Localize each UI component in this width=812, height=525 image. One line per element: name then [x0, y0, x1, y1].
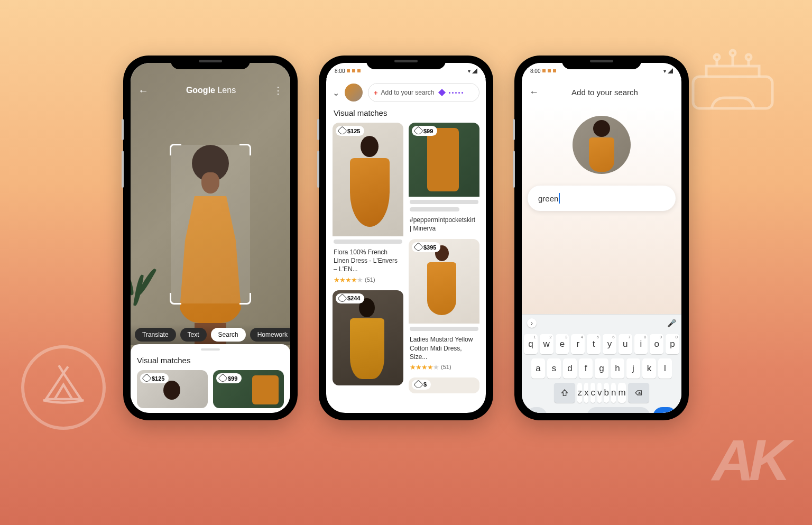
key-u[interactable]: u7 [619, 334, 632, 354]
more-menu-icon[interactable]: ⋮ [273, 85, 283, 96]
key-b[interactable]: b [604, 383, 608, 403]
results-bottom-sheet[interactable]: Visual matches $125 $99 [131, 344, 290, 413]
chip-search[interactable]: Search [211, 328, 246, 342]
result-card[interactable]: $99 #peppermintpocketskirt | Minerva [409, 123, 479, 234]
key-t[interactable]: t5 [587, 334, 601, 354]
language-switch-key[interactable]: 🌐 [568, 407, 584, 413]
svg-point-3 [746, 54, 751, 60]
lens-crop-selection[interactable] [171, 145, 250, 303]
price-tag: $125 [140, 373, 169, 383]
status-time: 8:00 [530, 68, 540, 74]
decoration-ak-logo: AK [712, 426, 786, 493]
phone-3-add-to-search: 8:00 ▾ ← Add to your search green › 🎤 [514, 56, 689, 420]
search-input-value: green [538, 194, 558, 203]
result-rating: ★★★★★ (51) [409, 362, 479, 372]
svg-point-2 [730, 50, 735, 56]
page-title: Add to your search [536, 88, 674, 97]
result-card[interactable]: $ [409, 377, 479, 393]
decoration-vr-icon [685, 48, 780, 116]
query-image-thumbnail[interactable] [573, 116, 631, 174]
sheet-drag-handle[interactable] [201, 348, 220, 351]
result-card[interactable]: $125 Flora 100% French Linen Dress - L'E… [333, 123, 403, 285]
chip-homework[interactable]: Homework [250, 328, 290, 342]
price-tag: $244 [336, 293, 364, 303]
price-tag: $99 [216, 373, 242, 383]
sheet-title: Visual matches [137, 356, 284, 365]
key-h[interactable]: h [611, 358, 624, 379]
result-title: #peppermintpocketskirt | Minerva [409, 213, 479, 234]
decoration-camping-badge [21, 345, 106, 430]
key-f[interactable]: f [579, 358, 593, 379]
key-g[interactable]: g [595, 358, 608, 379]
google-plus-icon: + [374, 89, 378, 97]
result-rating: ★★★★★ (51) [333, 275, 403, 285]
emoji-key[interactable]: ☺ [550, 407, 566, 413]
expand-chevron-icon[interactable]: › [527, 318, 537, 328]
key-m[interactable]: m [618, 383, 625, 403]
price-tag: $ [412, 380, 431, 390]
back-arrow-icon[interactable]: ← [138, 85, 149, 97]
key-o[interactable]: o9 [650, 334, 663, 354]
key-q[interactable]: q1 [524, 334, 538, 354]
result-title: Ladies Mustard Yellow Cotton Midi Dress,… [409, 332, 479, 362]
add-to-search-pill[interactable]: + Add to your search [368, 83, 479, 102]
key-a[interactable]: a [531, 358, 545, 379]
key-l[interactable]: l [658, 358, 672, 379]
key-k[interactable]: k [642, 358, 656, 379]
query-thumbnail[interactable] [345, 84, 363, 102]
result-card[interactable]: $125 [137, 370, 208, 408]
svg-point-1 [714, 54, 719, 60]
symbols-key[interactable]: ?123 [526, 407, 547, 413]
phone-1-google-lens: 8:00 ▾ ← Google Lens ⋮ Translate Text Se… [123, 56, 298, 420]
chip-text[interactable]: Text [180, 328, 207, 342]
key-i[interactable]: i8 [634, 334, 648, 354]
result-card[interactable]: $99 [213, 370, 284, 408]
result-card[interactable]: $244 [333, 290, 403, 385]
search-submit-key[interactable] [653, 407, 677, 413]
price-tag: $125 [336, 126, 364, 136]
sparkle-icon [438, 89, 446, 96]
phone-2-visual-matches: 8:00 ▾ ⌄ + Add to your search Visual mat… [319, 56, 493, 420]
chip-translate[interactable]: Translate [135, 328, 176, 342]
collapse-chevron-icon[interactable]: ⌄ [333, 88, 339, 98]
key-n[interactable]: n [611, 383, 616, 403]
svg-rect-0 [693, 77, 772, 108]
status-time: 8:00 [335, 68, 345, 74]
key-z[interactable]: z [577, 383, 582, 403]
key-x[interactable]: x [584, 383, 589, 403]
mic-icon[interactable]: 🎤 [667, 319, 676, 327]
key-d[interactable]: d [563, 358, 577, 379]
lens-app-title: Google Lens [186, 86, 236, 95]
key-p[interactable]: p0 [666, 334, 679, 354]
on-screen-keyboard: q1w2e3r4t5y6u7i8o9p0 asdfghjkl zxcvbnm ?… [522, 331, 681, 413]
result-card[interactable]: $395 Ladies Mustard Yellow Cotton Midi D… [409, 239, 479, 372]
key-r[interactable]: r4 [571, 334, 585, 354]
key-j[interactable]: j [626, 358, 640, 379]
shift-key[interactable] [554, 383, 575, 403]
price-tag: $395 [412, 242, 440, 252]
search-text-input[interactable]: green [528, 186, 676, 211]
lens-mode-chips: Translate Text Search Homework Shop [131, 324, 290, 345]
key-s[interactable]: s [547, 358, 561, 379]
price-tag: $99 [412, 126, 437, 136]
key-v[interactable]: v [597, 383, 602, 403]
spacebar-key[interactable]: English [587, 407, 650, 413]
key-y[interactable]: y6 [603, 334, 616, 354]
keyboard-suggestion-strip[interactable]: › 🎤 [522, 314, 681, 331]
result-title: Flora 100% French Linen Dress - L'Envers… [333, 245, 403, 275]
key-e[interactable]: e3 [556, 334, 569, 354]
backspace-key[interactable] [628, 383, 649, 403]
key-w[interactable]: w2 [540, 334, 553, 354]
key-c[interactable]: c [590, 383, 595, 403]
search-pill-label: Add to your search [381, 89, 435, 96]
section-title: Visual matches [326, 106, 486, 123]
